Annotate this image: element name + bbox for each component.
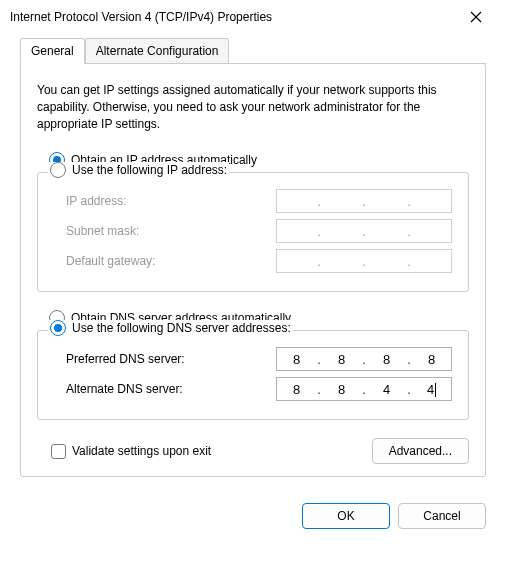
titlebar: Internet Protocol Version 4 (TCP/IPv4) P… [0, 0, 506, 34]
close-icon [470, 11, 482, 23]
gateway-label: Default gateway: [66, 254, 155, 268]
alternate-dns-label: Alternate DNS server: [66, 382, 183, 396]
preferred-dns-input[interactable]: 8. 8. 8. 8 [276, 347, 452, 371]
ip-manual-fieldset: Use the following IP address: IP address… [37, 172, 469, 292]
window-title: Internet Protocol Version 4 (TCP/IPv4) P… [10, 10, 272, 24]
tab-bar: General Alternate Configuration [20, 38, 486, 64]
ip-manual-radio[interactable] [50, 162, 66, 178]
alternate-dns-input[interactable]: 8. 8. 4. 4 [276, 377, 452, 401]
text-caret [435, 383, 436, 397]
validate-checkbox[interactable] [51, 444, 66, 459]
tab-alternate[interactable]: Alternate Configuration [85, 38, 230, 63]
dns-manual-radio[interactable] [50, 320, 66, 336]
subnet-label: Subnet mask: [66, 224, 139, 238]
cancel-button[interactable]: Cancel [398, 503, 486, 529]
dns-manual-fieldset: Use the following DNS server addresses: … [37, 330, 469, 420]
ip-address-label: IP address: [66, 194, 126, 208]
validate-row[interactable]: Validate settings upon exit [37, 444, 211, 459]
ok-button[interactable]: OK [302, 503, 390, 529]
preferred-dns-label: Preferred DNS server: [66, 352, 185, 366]
ip-address-input: . . . [276, 189, 452, 213]
dialog-buttons: OK Cancel [0, 489, 506, 537]
ip-manual-label: Use the following IP address: [72, 163, 227, 177]
dns-manual-label: Use the following DNS server addresses: [72, 321, 291, 335]
description-text: You can get IP settings assigned automat… [37, 82, 469, 132]
validate-label: Validate settings upon exit [72, 444, 211, 458]
general-panel: You can get IP settings assigned automat… [20, 63, 486, 477]
subnet-input: . . . [276, 219, 452, 243]
advanced-button[interactable]: Advanced... [372, 438, 469, 464]
tab-general[interactable]: General [20, 38, 85, 64]
close-button[interactable] [458, 3, 494, 31]
gateway-input: . . . [276, 249, 452, 273]
